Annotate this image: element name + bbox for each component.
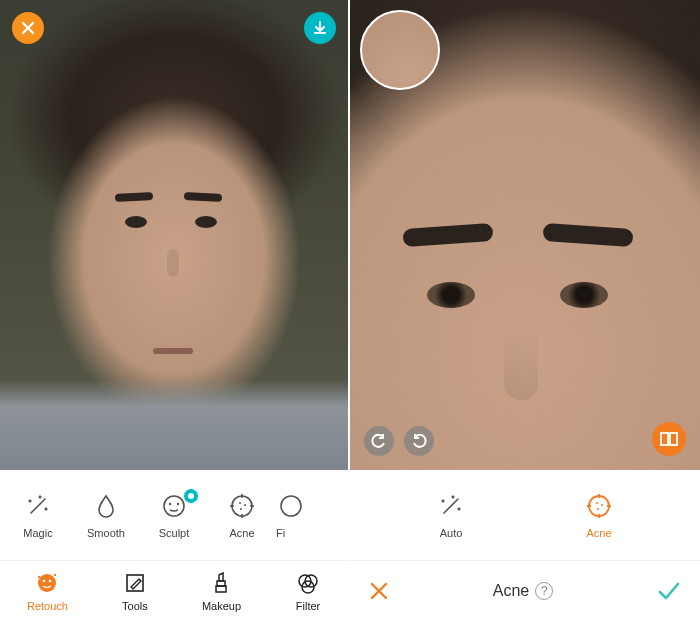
acne-tool-row: Auto Acne xyxy=(350,470,700,560)
check-icon xyxy=(656,578,682,604)
svg-point-1 xyxy=(169,503,171,505)
tool-label: Smooth xyxy=(87,527,125,539)
nav-label: Retouch xyxy=(27,600,68,612)
redo-icon xyxy=(411,433,427,449)
close-button[interactable] xyxy=(12,12,44,44)
tool-magic[interactable]: Magic xyxy=(4,491,72,539)
new-badge xyxy=(184,489,198,503)
svg-point-5 xyxy=(244,504,246,506)
compare-split-icon xyxy=(659,429,679,449)
tool-label: Sculpt xyxy=(159,527,190,539)
svg-point-21 xyxy=(601,504,603,506)
droplet-icon xyxy=(91,491,121,521)
svg-point-20 xyxy=(596,502,598,504)
nav-tools[interactable]: Tools xyxy=(122,570,148,612)
close-icon xyxy=(21,21,35,35)
photo-canvas-zoom[interactable] xyxy=(350,0,700,470)
nav-filter[interactable]: Filter xyxy=(295,570,321,612)
svg-point-3 xyxy=(232,496,252,516)
magic-wand-icon xyxy=(436,491,466,521)
tool-acne[interactable]: Acne xyxy=(208,491,276,539)
nav-label: Makeup xyxy=(202,600,241,612)
tool-label: Acne xyxy=(586,527,611,539)
compare-button[interactable] xyxy=(652,422,686,456)
tool-label: Auto xyxy=(440,527,463,539)
tool-firm-partial[interactable]: Fi xyxy=(276,491,318,539)
svg-point-4 xyxy=(239,502,241,504)
lipstick-icon xyxy=(208,570,234,596)
download-icon xyxy=(312,20,328,36)
save-button[interactable] xyxy=(304,12,336,44)
retouch-face-icon xyxy=(34,570,60,596)
tool-label: Magic xyxy=(23,527,52,539)
tool-title: Acne xyxy=(493,582,529,600)
filter-circles-icon xyxy=(295,570,321,596)
acne-confirm-bar: Acne ? xyxy=(350,560,700,620)
svg-point-2 xyxy=(177,503,179,505)
acne-target-icon xyxy=(227,491,257,521)
svg-rect-18 xyxy=(670,433,677,445)
svg-rect-13 xyxy=(216,586,226,592)
edit-square-icon xyxy=(122,570,148,596)
svg-point-9 xyxy=(43,579,46,582)
svg-point-0 xyxy=(164,496,184,516)
bottom-nav: Retouch Tools Makeup Filter xyxy=(0,560,348,620)
svg-rect-17 xyxy=(661,433,668,445)
tool-sculpt[interactable]: Sculpt xyxy=(140,491,208,539)
help-button[interactable]: ? xyxy=(535,582,553,600)
nav-label: Tools xyxy=(122,600,148,612)
tool-label: Fi xyxy=(276,527,285,539)
retouch-tool-row[interactable]: Magic Smooth Sculpt Acne Fi xyxy=(0,470,348,560)
svg-point-6 xyxy=(240,508,242,510)
close-icon xyxy=(368,580,390,602)
acne-target-icon xyxy=(584,491,614,521)
circle-icon xyxy=(276,491,306,521)
editor-panel-acne: Auto Acne Acne ? xyxy=(350,0,700,620)
undo-redo-group xyxy=(364,426,434,456)
undo-icon xyxy=(371,433,387,449)
nav-makeup[interactable]: Makeup xyxy=(202,570,241,612)
redo-button[interactable] xyxy=(404,426,434,456)
nav-retouch[interactable]: Retouch xyxy=(27,570,68,612)
photo-canvas[interactable] xyxy=(0,0,348,470)
nav-label: Filter xyxy=(296,600,320,612)
magic-wand-icon xyxy=(23,491,53,521)
tool-title-group: Acne ? xyxy=(493,582,553,600)
undo-button[interactable] xyxy=(364,426,394,456)
cancel-button[interactable] xyxy=(368,580,390,602)
svg-point-8 xyxy=(38,574,56,592)
tool-auto[interactable]: Auto xyxy=(417,491,485,539)
tool-acne-manual[interactable]: Acne xyxy=(565,491,633,539)
editor-panel-main: Magic Smooth Sculpt Acne Fi xyxy=(0,0,350,620)
magnifier-loupe xyxy=(360,10,440,90)
svg-point-19 xyxy=(589,496,609,516)
tool-label: Acne xyxy=(229,527,254,539)
svg-point-22 xyxy=(597,508,599,510)
tool-smooth[interactable]: Smooth xyxy=(72,491,140,539)
confirm-button[interactable] xyxy=(656,578,682,604)
svg-point-10 xyxy=(49,579,52,582)
svg-point-7 xyxy=(281,496,301,516)
